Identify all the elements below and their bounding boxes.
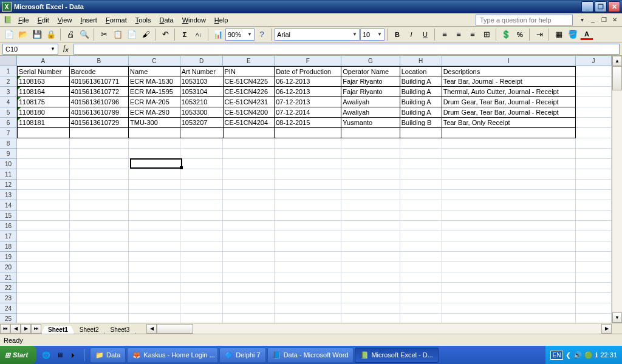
taskbar-button[interactable]: 📁Data xyxy=(90,348,126,363)
cell[interactable] xyxy=(275,293,341,303)
sort-button[interactable]: A↓ xyxy=(192,28,205,41)
cell[interactable] xyxy=(400,262,442,272)
font-color-button[interactable]: A xyxy=(580,29,593,40)
cell[interactable] xyxy=(70,314,129,323)
cell[interactable] xyxy=(442,231,576,241)
cell[interactable] xyxy=(129,138,180,149)
cell[interactable] xyxy=(341,159,400,169)
scroll-down-button[interactable]: ▼ xyxy=(612,312,622,323)
scroll-thumb[interactable] xyxy=(612,66,622,90)
cell[interactable] xyxy=(70,262,129,272)
row-header[interactable]: 5 xyxy=(0,107,16,118)
ql-ie-icon[interactable]: 🌐 xyxy=(40,348,52,362)
save-button[interactable]: 💾 xyxy=(30,28,44,41)
cell[interactable] xyxy=(275,200,341,211)
cell[interactable] xyxy=(129,293,180,303)
cell[interactable]: Drum Gear, Tear Bar, Journal - Receipt xyxy=(442,107,576,118)
cell[interactable] xyxy=(17,314,70,323)
row-header[interactable]: 22 xyxy=(0,283,16,293)
cell[interactable] xyxy=(70,128,129,138)
scroll-right-button[interactable]: ▶ xyxy=(601,324,612,334)
cell[interactable]: ECR MA-290 xyxy=(129,107,180,118)
new-button[interactable]: 📄 xyxy=(2,28,16,41)
doc-restore-button[interactable]: ❐ xyxy=(599,16,609,24)
col-header-B[interactable]: B xyxy=(70,56,129,66)
copy-button[interactable]: 📋 xyxy=(111,28,125,41)
cell[interactable]: CE-51CN4225 xyxy=(224,76,275,87)
cell[interactable] xyxy=(341,272,400,283)
minimize-button[interactable]: _ xyxy=(581,1,593,12)
cell[interactable] xyxy=(576,66,612,76)
menu-help[interactable]: Help xyxy=(210,15,233,25)
chart-button[interactable]: 📊 xyxy=(211,28,225,41)
cell[interactable] xyxy=(442,241,576,252)
cell[interactable] xyxy=(180,159,224,169)
cell[interactable] xyxy=(341,241,400,252)
row-header[interactable]: 15 xyxy=(0,211,16,221)
cell[interactable] xyxy=(17,221,70,231)
cell[interactable]: Yusmanto xyxy=(341,118,400,128)
align-right-button[interactable]: ≡ xyxy=(466,28,479,41)
cell[interactable] xyxy=(70,200,129,211)
cell[interactable]: 4015613610799 xyxy=(70,107,129,118)
cell[interactable] xyxy=(70,211,129,221)
cell[interactable] xyxy=(223,169,275,180)
row-header[interactable]: 23 xyxy=(0,293,16,303)
name-box[interactable]: C10▼ xyxy=(2,44,58,55)
cell[interactable] xyxy=(576,128,612,138)
col-header-D[interactable]: D xyxy=(180,56,224,66)
cell[interactable]: Tear Bar, Only Receipt xyxy=(442,118,576,128)
cell[interactable] xyxy=(17,190,70,200)
cell[interactable] xyxy=(129,128,180,138)
cell[interactable]: 06-12-2013 xyxy=(275,76,341,87)
horizontal-scrollbar[interactable]: ◀ ▶ xyxy=(146,324,612,334)
cell[interactable] xyxy=(341,138,400,149)
col-header-H[interactable]: H xyxy=(400,56,442,66)
row-header[interactable]: 4 xyxy=(0,97,16,107)
cell[interactable] xyxy=(129,221,180,231)
cell[interactable]: 1108164 xyxy=(17,87,70,97)
doc-close-button[interactable]: ✕ xyxy=(610,16,620,24)
formula-bar[interactable] xyxy=(73,44,620,55)
cell[interactable]: Serial Number xyxy=(17,66,70,76)
cell[interactable] xyxy=(442,138,576,149)
cell[interactable]: Fajar Riyanto xyxy=(341,76,400,87)
cell[interactable] xyxy=(70,149,129,159)
cell[interactable]: 1053104 xyxy=(180,87,224,97)
cell[interactable] xyxy=(341,180,400,190)
cell[interactable] xyxy=(180,169,224,180)
vertical-scrollbar[interactable]: ▲ ▼ xyxy=(612,56,622,323)
cell[interactable] xyxy=(180,149,224,159)
cell[interactable] xyxy=(180,211,224,221)
cell[interactable] xyxy=(129,272,180,283)
cell[interactable] xyxy=(400,159,442,169)
cell[interactable] xyxy=(400,241,442,252)
cell[interactable] xyxy=(442,283,576,293)
cell[interactable]: Location xyxy=(400,66,442,76)
cell[interactable] xyxy=(223,159,275,169)
cell[interactable]: Building B xyxy=(400,118,442,128)
workbook-icon[interactable]: 📗 xyxy=(2,16,13,24)
cell[interactable] xyxy=(129,169,180,180)
cell[interactable] xyxy=(17,293,70,303)
cell[interactable] xyxy=(70,169,129,180)
cell[interactable] xyxy=(275,231,341,241)
cell[interactable] xyxy=(180,303,224,314)
taskbar-button[interactable]: 🦊Kaskus - Home Login ... xyxy=(127,348,218,363)
cell[interactable]: Building A xyxy=(400,76,442,87)
fill-color-button[interactable]: 🪣 xyxy=(566,28,579,41)
cell[interactable] xyxy=(223,262,275,272)
cell[interactable]: 1108163 xyxy=(17,76,70,87)
undo-button[interactable]: ↶ xyxy=(159,28,172,41)
cell[interactable] xyxy=(341,149,400,159)
cell[interactable] xyxy=(17,231,70,241)
cell[interactable] xyxy=(576,76,612,87)
start-button[interactable]: ⊞ Start xyxy=(0,346,36,364)
cell[interactable]: 08-12-2015 xyxy=(275,118,341,128)
menu-tools[interactable]: Tools xyxy=(131,15,156,25)
cell[interactable] xyxy=(341,128,400,138)
cell[interactable]: PIN xyxy=(224,66,275,76)
align-center-button[interactable]: ≡ xyxy=(452,28,465,41)
cell[interactable] xyxy=(400,149,442,159)
cell[interactable]: CE-51CN4204 xyxy=(224,118,275,128)
